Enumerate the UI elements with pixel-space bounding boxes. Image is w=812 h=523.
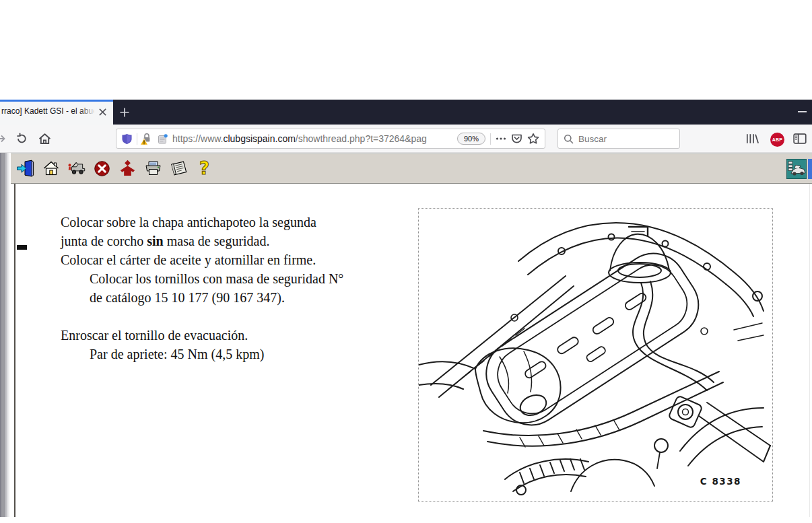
left-resize-gutter[interactable]	[0, 153, 9, 517]
warning-icon	[140, 138, 148, 145]
article-text: Colocar sobre la chapa antichapoteo la s…	[61, 213, 428, 363]
browser-window: rraco] Kadett GSI - el abue	[0, 0, 812, 523]
urlbar-divider-2	[490, 133, 491, 145]
engine-oil-pan-diagram	[419, 209, 772, 501]
bookmark-star-button[interactable]	[527, 133, 539, 145]
navigation-toolbar: https://www.clubgsispain.com/showthread.…	[0, 125, 812, 153]
newspaper-icon	[170, 160, 188, 177]
article-line: de catálogo 15 10 177 (90 167 347).	[61, 288, 428, 307]
home-button[interactable]	[38, 132, 51, 145]
reload-icon	[15, 133, 28, 145]
question-mark-icon: ?	[197, 158, 213, 178]
article-line: junta de corcho sin masa de seguridad.	[61, 232, 428, 250]
url-bar[interactable]: https://www.clubgsispain.com/showthread.…	[116, 129, 545, 149]
home-icon	[38, 133, 51, 145]
stop-button[interactable]	[93, 158, 111, 178]
forward-button[interactable]	[0, 132, 9, 145]
right-window-edge	[809, 184, 810, 517]
minimize-button[interactable]	[798, 111, 807, 112]
ellipsis-icon	[496, 133, 506, 144]
news-button[interactable]	[170, 158, 188, 178]
url-fade	[426, 133, 452, 144]
url-path: /showthread.php?t=37264&pag	[296, 133, 427, 144]
house-icon	[42, 160, 60, 177]
sidebar-icon	[793, 133, 807, 145]
plus-icon	[120, 108, 129, 117]
pocket-button[interactable]	[511, 133, 522, 144]
pocket-icon	[511, 133, 522, 144]
library-button[interactable]	[746, 132, 759, 145]
paragraph-spacer	[61, 307, 428, 326]
urlbar-divider	[137, 133, 137, 145]
zoom-badge[interactable]: 90%	[457, 133, 485, 145]
member-icon	[119, 159, 137, 178]
figure-box: C 8338	[418, 208, 773, 502]
new-tab-button[interactable]	[116, 104, 133, 121]
figure-label: C 8338	[700, 476, 741, 487]
content-frame-line	[14, 184, 15, 517]
shield-icon	[122, 133, 132, 145]
tab-bar: rraco] Kadett GSI - el abue	[0, 100, 812, 125]
tab-close-button[interactable]	[96, 105, 109, 118]
active-tab-accent	[0, 100, 113, 102]
bold-word: sin	[147, 234, 163, 248]
article-line: Enroscar el tornillo de evacuación.	[61, 326, 428, 345]
printer-icon	[144, 160, 162, 177]
tow-truck-icon	[67, 160, 86, 177]
tow-truck-button[interactable]	[67, 158, 86, 178]
article-line: Colocar el cárter de aceite y atornillar…	[61, 250, 428, 269]
exit-door-icon	[16, 160, 34, 178]
help-button[interactable]: ?	[195, 158, 213, 178]
active-tab[interactable]: rraco] Kadett GSI - el abue	[0, 100, 113, 125]
abp-addon-button[interactable]: ABP	[770, 133, 784, 147]
close-icon	[99, 108, 106, 116]
svg-text:?: ?	[199, 158, 209, 178]
search-bar[interactable]	[557, 129, 680, 149]
url-text[interactable]: https://www.clubgsispain.com/showthread.…	[172, 133, 452, 144]
forward-icon	[0, 133, 8, 144]
article-line: Colocar los tornillos con masa de seguri…	[61, 269, 428, 288]
article-line: Par de apriete: 45 Nm (4,5 kpm)	[61, 345, 428, 363]
reload-button[interactable]	[15, 132, 28, 145]
page-proxy-icon	[158, 134, 168, 144]
sidebar-button[interactable]	[793, 132, 807, 145]
viewer-home-button[interactable]	[42, 158, 60, 178]
star-icon	[527, 133, 539, 145]
print-button[interactable]	[144, 158, 162, 178]
dash-bullet	[17, 245, 27, 250]
car-catalog-button[interactable]	[786, 159, 807, 179]
exit-button[interactable]	[16, 158, 34, 178]
tab-title-fade	[79, 105, 96, 120]
article-line: Colocar sobre la chapa antichapoteo la s…	[61, 213, 428, 232]
member-button[interactable]	[119, 158, 137, 178]
url-scheme: https://www.	[172, 133, 223, 144]
search-icon	[564, 134, 574, 144]
legacy-viewer-toolbar: ?	[11, 153, 812, 184]
abp-badge-label: ABP	[772, 137, 782, 142]
search-input[interactable]	[578, 134, 666, 144]
car-catalog-icon	[786, 159, 807, 179]
docked-app-strip	[808, 159, 812, 179]
url-domain: clubgsispain.com	[223, 133, 295, 144]
library-icon	[746, 133, 759, 145]
stop-x-icon	[94, 160, 110, 177]
page-actions-button[interactable]	[496, 133, 506, 144]
